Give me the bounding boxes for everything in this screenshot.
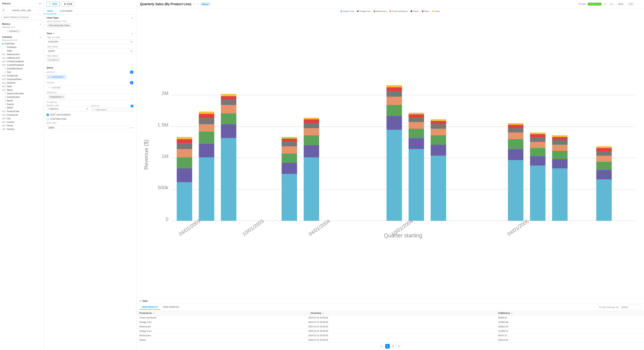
- column-item-territory[interactable]: ABC Territory: [0, 127, 44, 131]
- edit-icon[interactable]: ✎: [196, 3, 198, 5]
- group-by-chevrons[interactable]: ⌄ ›: [129, 96, 132, 98]
- sort-icon-sumsales[interactable]: ⇅: [511, 312, 512, 314]
- dataset-grid-icon[interactable]: ☷: [2, 8, 5, 12]
- bar-group-q1-2005[interactable]: [508, 123, 524, 221]
- col-header-productline[interactable]: ProductLine ⇅: [136, 311, 306, 316]
- bar-group-q3-2004[interactable]: [386, 85, 402, 221]
- time-info-icon[interactable]: ⓘ: [53, 32, 55, 35]
- metrics-add-button[interactable]: +: [130, 70, 134, 74]
- data-section-header[interactable]: ▼ Data: [136, 298, 644, 304]
- metric-chip-remove[interactable]: ✕: [48, 76, 50, 78]
- dataset-more-icon[interactable]: ⋯: [38, 8, 42, 12]
- time-collapse[interactable]: ▲: [131, 32, 134, 35]
- col-header-sumsales[interactable]: SUM(Sales) ⇅: [495, 311, 644, 316]
- metric-item-count[interactable]: f COUNT(*) ⓘ: [2, 29, 42, 33]
- collapse-icon[interactable]: ↤: [39, 2, 42, 5]
- metric-info-icon[interactable]: ⓘ: [20, 30, 22, 33]
- column-item-state[interactable]: ABC State: [0, 85, 44, 88]
- legend-motorcycles[interactable]: Motorcycles: [374, 10, 386, 12]
- vis-type-badge[interactable]: Time-series Bar Chart: [46, 23, 71, 28]
- bar-group-q4-2004[interactable]: [408, 113, 424, 221]
- column-item-phone[interactable]: ABC Phone: [0, 124, 44, 127]
- page-next-btn[interactable]: »: [396, 344, 401, 349]
- data-toggle-icon[interactable]: ▼: [139, 300, 142, 302]
- query-header[interactable]: Query ▲: [46, 66, 134, 69]
- metrics-collapse-icon[interactable]: ▲: [39, 23, 42, 25]
- star-icon[interactable]: ☆: [193, 2, 195, 6]
- column-item-addressline1[interactable]: ABC AddressLine1: [0, 52, 44, 56]
- tab-view-results[interactable]: VIEW RESULTS: [139, 305, 160, 310]
- group-by-remove[interactable]: ✕: [62, 96, 64, 98]
- code-icon-btn[interactable]: </>: [609, 2, 614, 6]
- column-item-productcode[interactable]: ABC ProductCode: [0, 110, 44, 113]
- tab-data[interactable]: DATA: [44, 8, 56, 14]
- sort-descending-checkbox[interactable]: [46, 114, 49, 116]
- column-item-ordernumber[interactable]: # OrderNumber: [0, 95, 44, 99]
- add-sort-metric-btn[interactable]: + + Add metric: [91, 107, 134, 112]
- bar-group-q1-2004[interactable]: [282, 137, 297, 221]
- search-metrics-input[interactable]: [2, 15, 42, 19]
- legend-planes[interactable]: Planes: [410, 10, 419, 12]
- column-item-city[interactable]: ABC City: [0, 117, 44, 120]
- tab-customize[interactable]: CUSTOMIZE: [56, 8, 76, 14]
- column-item-country[interactable]: ABC Country: [0, 120, 44, 124]
- chart-type-header[interactable]: Chart Type ▲: [46, 16, 134, 19]
- column-item-dealsize[interactable]: ABC DealSize: [0, 81, 44, 85]
- column-item-postalcode[interactable]: ABC PostalCode: [0, 74, 44, 77]
- series-limit-select[interactable]: 7 option(s) ▾: [46, 107, 89, 111]
- row-limit-select[interactable]: 10000: [46, 125, 128, 130]
- csv-btn[interactable]: .CSV: [627, 2, 634, 6]
- column-item-status[interactable]: ABC Status: [0, 88, 44, 92]
- time-grain-select[interactable]: quarter ▾: [46, 49, 134, 53]
- column-item-quantityordered[interactable]: # QuantityOrdered: [0, 67, 44, 70]
- run-button[interactable]: ⚡ RUN: [46, 2, 60, 6]
- more-options-btn[interactable]: ⋮: [636, 2, 640, 6]
- bar-group-q4-2005[interactable]: [596, 146, 612, 221]
- column-item-productline[interactable]: ABC ProductLine: [0, 113, 44, 117]
- bar-group-q2-2005[interactable]: [530, 133, 546, 221]
- json-btn[interactable]: .JSON: [616, 2, 625, 6]
- save-button[interactable]: ⚙ SAVE: [61, 2, 75, 6]
- metric-chip-arrow[interactable]: ›: [64, 76, 64, 78]
- column-item-priceeach[interactable]: PriceEach: [0, 45, 44, 49]
- column-item-contactfirstname[interactable]: ABC ContactFirstName: [0, 63, 44, 67]
- bar-group-q5-2004[interactable]: [431, 119, 446, 221]
- col-header-timestamp[interactable]: __timestamp ⇅: [306, 311, 495, 316]
- page-1-btn[interactable]: 1: [385, 344, 390, 349]
- page-2-btn[interactable]: 2: [391, 344, 396, 349]
- bar-group-q4-2003[interactable]: [221, 94, 236, 221]
- time-column-select[interactable]: OrderDate ▾: [46, 39, 134, 44]
- column-item-sales[interactable]: Sales: [0, 49, 44, 52]
- legend-ships[interactable]: Ships: [422, 10, 429, 12]
- legend-classic-cars[interactable]: Classic Cars: [340, 10, 354, 12]
- group-by-chip-productline[interactable]: ProductLine ✕: [48, 95, 65, 99]
- column-item-addressline2[interactable]: ABC AddressLine2: [0, 56, 44, 60]
- data-search-input[interactable]: [620, 305, 641, 309]
- legend-trucks-buses[interactable]: Trucks and Buses: [390, 10, 408, 12]
- bar-group-q1-2003[interactable]: [177, 137, 192, 221]
- tab-view-samples[interactable]: VIEW SAMPLES: [160, 305, 182, 310]
- legend-vintage-cars[interactable]: Vintage Cars: [357, 10, 371, 12]
- column-item-customername[interactable]: ABC CustomerName: [0, 77, 44, 81]
- time-range-badge[interactable]: -∞ ≤ col < ∞: [46, 58, 60, 62]
- column-item-orderlinenumber[interactable]: # OrderLineNumber: [0, 92, 44, 95]
- columns-collapse-icon[interactable]: ▲: [39, 36, 42, 38]
- legend-trains[interactable]: Trains: [432, 10, 440, 12]
- sort-icon-timestamp[interactable]: ⇅: [322, 312, 324, 314]
- column-item-month[interactable]: # Month: [0, 99, 44, 102]
- column-item-orderdate[interactable]: OrderDate: [0, 42, 44, 45]
- page-prev-btn[interactable]: «: [380, 344, 384, 349]
- query-collapse[interactable]: ▲: [131, 66, 134, 69]
- column-item-year[interactable]: # Year: [0, 70, 44, 74]
- sort-icon-productline[interactable]: ⇅: [153, 312, 154, 314]
- metric-chip-sumsales[interactable]: ✕ f SUM(Sales) ›: [46, 75, 66, 79]
- column-item-msrp[interactable]: # MSRP: [0, 106, 44, 110]
- time-header[interactable]: Time ⓘ ▲: [46, 32, 134, 35]
- row-limit-chevrons[interactable]: ✕ ▾: [130, 126, 134, 129]
- sort-by-add-button[interactable]: +: [130, 105, 134, 107]
- bar-group-q3-2005[interactable]: [552, 135, 568, 221]
- bar-group-q3-2003[interactable]: [199, 112, 214, 221]
- copy-results-icon[interactable]: ⧉: [616, 306, 618, 309]
- chart-type-collapse[interactable]: ▲: [131, 16, 134, 19]
- share-icon-btn[interactable]: ⇗: [603, 2, 607, 6]
